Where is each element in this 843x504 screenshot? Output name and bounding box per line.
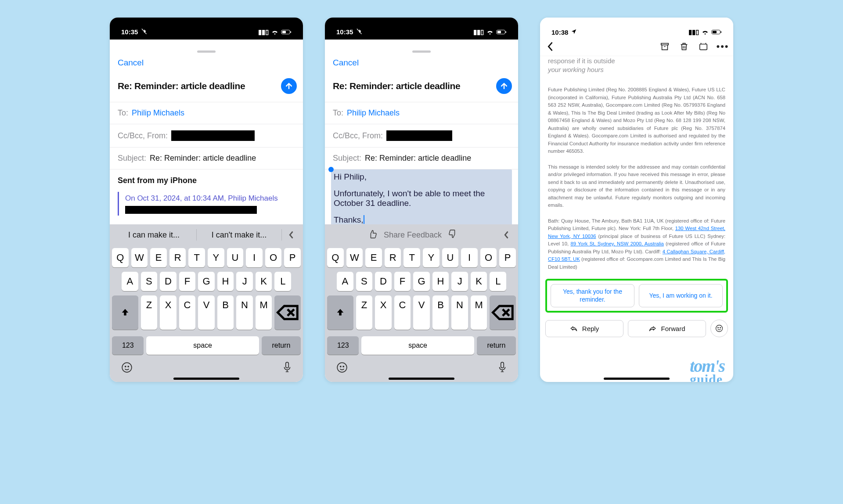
key-i[interactable]: I	[461, 248, 478, 267]
key-w[interactable]: W	[131, 248, 148, 267]
generated-reply-selection[interactable]: Hi Philip, Unfortunately, I won't be abl…	[331, 169, 512, 227]
key-c[interactable]: C	[179, 295, 196, 330]
quicktype-suggestion-1[interactable]: I can make it...	[113, 226, 195, 244]
thumbs-down-icon[interactable]	[448, 229, 458, 241]
backspace-key[interactable]	[274, 295, 301, 330]
to-recipient[interactable]: Philip Michaels	[132, 108, 184, 118]
key-e[interactable]: E	[365, 248, 382, 267]
cancel-button[interactable]: Cancel	[333, 58, 359, 67]
key-d[interactable]: D	[160, 272, 177, 291]
key-w[interactable]: W	[346, 248, 363, 267]
address-link[interactable]: 89 York St, Sydney, NSW 2000, Australia	[570, 241, 663, 246]
email-body[interactable]: Future Publishing Limited (Reg No. 20088…	[540, 86, 733, 271]
cancel-button[interactable]: Cancel	[118, 58, 144, 67]
key-u[interactable]: U	[442, 248, 459, 267]
send-button[interactable]	[496, 78, 512, 94]
numbers-key[interactable]: 123	[327, 336, 359, 355]
key-s[interactable]: S	[141, 272, 158, 291]
key-l[interactable]: L	[274, 272, 291, 291]
key-s[interactable]: S	[356, 272, 373, 291]
thumbs-up-icon[interactable]	[368, 229, 378, 241]
key-e[interactable]: E	[150, 248, 167, 267]
key-x[interactable]: X	[160, 295, 177, 330]
key-m[interactable]: M	[471, 295, 487, 330]
to-recipient[interactable]: Philip Michaels	[347, 108, 400, 118]
key-z[interactable]: Z	[141, 295, 158, 330]
forward-button[interactable]: Forward	[628, 320, 706, 337]
key-n[interactable]: N	[451, 295, 468, 330]
share-feedback-label[interactable]: Share Feedback	[384, 230, 442, 240]
home-indicator[interactable]	[389, 378, 454, 380]
key-m[interactable]: M	[256, 295, 272, 330]
key-o[interactable]: O	[265, 248, 282, 267]
home-indicator[interactable]	[604, 378, 670, 380]
compose-reply-icon[interactable]	[698, 41, 709, 52]
key-g[interactable]: G	[198, 272, 215, 291]
key-v[interactable]: V	[198, 295, 215, 330]
smart-reply-2[interactable]: Yes, I am working on it.	[639, 284, 723, 307]
sheet-grabber[interactable]	[197, 50, 216, 53]
collapse-suggestions-icon[interactable]	[499, 227, 515, 243]
dictation-icon[interactable]	[283, 362, 292, 375]
key-p[interactable]: P	[499, 248, 516, 267]
more-icon[interactable]: •••	[717, 41, 728, 52]
key-q[interactable]: Q	[112, 248, 129, 267]
ccbcc-from-label[interactable]: Cc/Bcc, From:	[333, 131, 383, 140]
key-v[interactable]: V	[413, 295, 430, 330]
key-o[interactable]: O	[480, 248, 497, 267]
key-h[interactable]: H	[217, 272, 234, 291]
key-j[interactable]: J	[451, 272, 468, 291]
key-b[interactable]: B	[217, 295, 234, 330]
reply-button[interactable]: Reply	[545, 320, 623, 337]
key-c[interactable]: C	[394, 295, 411, 330]
key-j[interactable]: J	[236, 272, 253, 291]
key-z[interactable]: Z	[356, 295, 373, 330]
compose-body[interactable]: Sent from my iPhone On Oct 31, 2024, at …	[110, 169, 303, 222]
space-key[interactable]: space	[361, 336, 474, 355]
key-q[interactable]: Q	[327, 248, 344, 267]
dictation-icon[interactable]	[498, 362, 507, 375]
key-x[interactable]: X	[375, 295, 392, 330]
trash-icon[interactable]	[679, 41, 689, 52]
key-y[interactable]: Y	[423, 248, 440, 267]
key-t[interactable]: T	[188, 248, 205, 267]
return-key[interactable]: return	[262, 336, 301, 355]
emoji-keyboard-icon[interactable]	[121, 362, 133, 375]
space-key[interactable]: space	[146, 336, 259, 355]
key-f[interactable]: F	[394, 272, 411, 291]
backspace-key[interactable]	[490, 295, 516, 330]
key-d[interactable]: D	[375, 272, 392, 291]
send-button[interactable]	[281, 78, 297, 94]
emoji-react-button[interactable]	[710, 320, 728, 337]
key-k[interactable]: K	[256, 272, 272, 291]
key-n[interactable]: N	[236, 295, 253, 330]
shift-key[interactable]	[327, 295, 353, 330]
ccbcc-from-label[interactable]: Cc/Bcc, From:	[118, 131, 168, 140]
key-g[interactable]: G	[413, 272, 430, 291]
key-a[interactable]: A	[122, 272, 138, 291]
key-r[interactable]: R	[385, 248, 401, 267]
key-l[interactable]: L	[490, 272, 506, 291]
key-a[interactable]: A	[337, 272, 353, 291]
key-r[interactable]: R	[169, 248, 186, 267]
key-k[interactable]: K	[471, 272, 487, 291]
numbers-key[interactable]: 123	[112, 336, 144, 355]
home-indicator[interactable]	[173, 378, 239, 380]
key-t[interactable]: T	[403, 248, 420, 267]
key-h[interactable]: H	[432, 272, 449, 291]
return-key[interactable]: return	[477, 336, 516, 355]
collapse-suggestions-icon[interactable]	[284, 227, 299, 243]
key-f[interactable]: F	[179, 272, 196, 291]
subject-field-value[interactable]: Re: Reminder: article deadline	[365, 154, 471, 163]
key-p[interactable]: P	[284, 248, 301, 267]
key-b[interactable]: B	[432, 295, 449, 330]
key-y[interactable]: Y	[208, 248, 224, 267]
smart-reply-1[interactable]: Yes, thank you for the reminder.	[551, 284, 634, 307]
quicktype-suggestion-2[interactable]: I can't make it...	[198, 226, 280, 244]
subject-field-value[interactable]: Re: Reminder: article deadline	[150, 154, 256, 163]
sheet-grabber[interactable]	[412, 50, 431, 53]
key-u[interactable]: U	[227, 248, 244, 267]
key-i[interactable]: I	[246, 248, 263, 267]
back-icon[interactable]	[545, 41, 556, 52]
emoji-keyboard-icon[interactable]	[336, 362, 348, 375]
